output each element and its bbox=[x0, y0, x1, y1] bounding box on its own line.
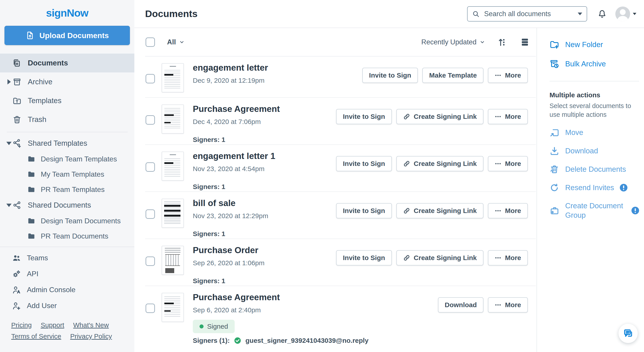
more-button[interactable]: More bbox=[488, 297, 528, 312]
invite-to-sign-button[interactable]: Invite to Sign bbox=[336, 250, 392, 265]
signer-email: guest_signer_939241043039@no.reply bbox=[246, 337, 368, 344]
invite-to-sign-button[interactable]: Invite to Sign bbox=[336, 156, 392, 171]
info-alert-icon[interactable] bbox=[620, 184, 628, 192]
sidebar-item-add-user[interactable]: Add User bbox=[0, 298, 134, 314]
sidebar-item-archive[interactable]: Archive bbox=[0, 72, 134, 91]
bulk-archive-button[interactable]: Bulk Archive bbox=[550, 59, 639, 69]
folder-label: My Team Templates bbox=[41, 170, 104, 179]
main-area: Documents All bbox=[134, 0, 644, 352]
invite-to-sign-button[interactable]: Invite to Sign bbox=[336, 109, 392, 124]
whats-new-link[interactable]: What's New bbox=[73, 321, 109, 329]
invite-to-sign-button[interactable]: Invite to Sign bbox=[336, 203, 392, 218]
document-list: engagement letter Dec 9, 2020 at 12:19pm… bbox=[145, 56, 536, 352]
sidebar-item-documents[interactable]: Documents bbox=[0, 54, 134, 72]
teams-icon bbox=[12, 254, 21, 263]
sort-dropdown[interactable]: Recently Updated bbox=[422, 38, 485, 46]
sidebar-item-trash[interactable]: Trash bbox=[0, 110, 134, 129]
avatar[interactable] bbox=[615, 7, 630, 21]
create-signing-link-button[interactable]: Create Signing Link bbox=[396, 156, 484, 171]
row-checkbox[interactable] bbox=[146, 304, 155, 313]
notifications-bell-icon[interactable] bbox=[598, 9, 607, 19]
link-icon bbox=[403, 160, 410, 167]
sidebar-item-api[interactable]: API bbox=[0, 266, 134, 282]
sidebar-item-templates[interactable]: Templates bbox=[0, 91, 134, 110]
caret-right-icon[interactable] bbox=[4, 77, 14, 86]
pricing-link[interactable]: Pricing bbox=[11, 321, 32, 329]
create-signing-link-button[interactable]: Create Signing Link bbox=[396, 109, 484, 124]
more-button[interactable]: More bbox=[488, 156, 528, 171]
create-signing-link-button[interactable]: Create Signing Link bbox=[396, 203, 484, 218]
sidebar-section-shared-templates[interactable]: Shared Templates bbox=[0, 135, 134, 151]
search-input[interactable] bbox=[484, 10, 575, 18]
sidebar-item-pr-team-templates[interactable]: PR Team Templates bbox=[0, 182, 134, 197]
row-checkbox[interactable] bbox=[146, 74, 155, 83]
chat-support-button[interactable] bbox=[618, 324, 638, 343]
more-button[interactable]: More bbox=[488, 250, 528, 265]
document-title[interactable]: bill of sale bbox=[193, 198, 268, 209]
search-bar[interactable] bbox=[467, 6, 587, 22]
document-title[interactable]: Purchase Agreement bbox=[193, 104, 280, 114]
support-link[interactable]: Support bbox=[41, 321, 64, 329]
row-checkbox[interactable] bbox=[146, 256, 155, 266]
document-title[interactable]: Purchase Order bbox=[193, 245, 264, 256]
download-button[interactable]: Download bbox=[438, 297, 484, 312]
sidebar-item-design-team-documents[interactable]: Design Team Documents bbox=[0, 213, 134, 229]
document-title[interactable]: Purchase Agreement bbox=[193, 292, 368, 303]
row-checkbox[interactable] bbox=[146, 209, 155, 219]
document-title[interactable]: engagement letter 1 bbox=[193, 151, 275, 161]
move-button[interactable]: Move bbox=[550, 128, 639, 137]
document-thumbnail[interactable] bbox=[162, 246, 184, 275]
delete-documents-button[interactable]: Delete Documents bbox=[550, 164, 639, 174]
button-label: Create Signing Link bbox=[414, 207, 477, 215]
more-button[interactable]: More bbox=[488, 109, 528, 124]
resend-invites-button[interactable]: Resend Invites bbox=[550, 183, 639, 193]
document-thumbnail[interactable] bbox=[162, 199, 184, 228]
add-user-icon bbox=[12, 301, 21, 310]
button-label: More bbox=[505, 254, 521, 262]
sidebar-item-design-team-templates[interactable]: Design Team Templates bbox=[0, 151, 134, 166]
folder-icon bbox=[27, 232, 36, 240]
sidebar-item-teams[interactable]: Teams bbox=[0, 250, 134, 266]
more-button[interactable]: More bbox=[488, 203, 528, 218]
more-button[interactable]: More bbox=[488, 68, 528, 83]
document-thumbnail[interactable] bbox=[162, 104, 184, 134]
filter-dropdown[interactable]: All bbox=[167, 38, 184, 46]
document-row: engagement letter Dec 9, 2020 at 12:19pm… bbox=[145, 57, 536, 98]
move-icon bbox=[550, 128, 559, 137]
link-icon bbox=[403, 207, 410, 214]
create-signing-link-button[interactable]: Create Signing Link bbox=[396, 250, 484, 265]
account-menu[interactable] bbox=[615, 7, 636, 21]
signers-count: Signers: 1 bbox=[193, 230, 268, 238]
sidebar-item-my-team-templates[interactable]: My Team Templates bbox=[0, 166, 134, 182]
caret-down-icon[interactable] bbox=[4, 139, 14, 148]
list-view-icon[interactable] bbox=[520, 37, 530, 47]
sidebar-item-label: Teams bbox=[27, 254, 48, 262]
sidebar-item-pr-team-documents[interactable]: PR Team Documents bbox=[0, 229, 134, 244]
new-folder-button[interactable]: New Folder bbox=[550, 40, 639, 50]
resend-icon bbox=[550, 183, 559, 193]
upload-documents-button[interactable]: Upload Documents bbox=[4, 26, 130, 45]
app-logo[interactable]: signNow bbox=[0, 0, 134, 24]
privacy-policy-link[interactable]: Privacy Policy bbox=[70, 332, 112, 340]
section-label: Shared Templates bbox=[28, 139, 87, 147]
sidebar-section-shared-documents[interactable]: Shared Documents bbox=[0, 197, 134, 213]
sidebar-divider bbox=[7, 132, 128, 132]
search-scope-caret-icon[interactable] bbox=[578, 13, 582, 15]
create-document-group-button[interactable]: Create Document Group bbox=[550, 201, 639, 220]
row-checkbox[interactable] bbox=[146, 115, 155, 125]
document-thumbnail[interactable] bbox=[162, 293, 184, 322]
select-all-checkbox[interactable] bbox=[146, 38, 155, 47]
terms-of-service-link[interactable]: Terms of Service bbox=[11, 332, 61, 340]
download-documents-button[interactable]: Download bbox=[550, 146, 639, 156]
document-thumbnail[interactable] bbox=[162, 63, 184, 92]
signers-count: Signers: 1 bbox=[193, 183, 275, 191]
document-title[interactable]: engagement letter bbox=[193, 62, 268, 73]
sidebar-item-admin-console[interactable]: Admin Console bbox=[0, 282, 134, 298]
caret-down-icon[interactable] bbox=[4, 201, 14, 210]
sort-order-icon[interactable] bbox=[498, 37, 508, 47]
make-template-button[interactable]: Make Template bbox=[422, 68, 484, 83]
invite-to-sign-button[interactable]: Invite to Sign bbox=[362, 68, 418, 83]
row-checkbox[interactable] bbox=[146, 162, 155, 172]
info-alert-icon[interactable] bbox=[632, 207, 639, 214]
document-thumbnail[interactable] bbox=[162, 151, 184, 181]
